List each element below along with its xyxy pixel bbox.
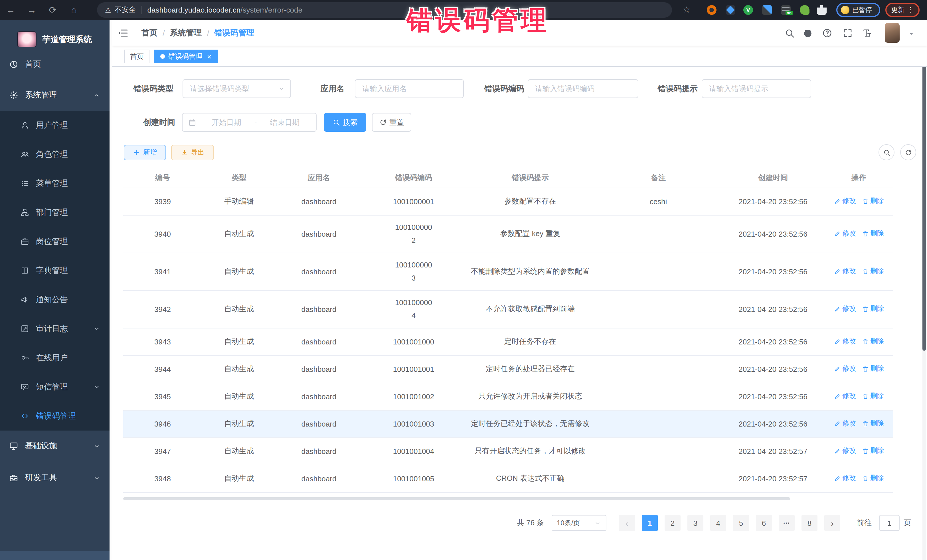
extension-icon-1[interactable] bbox=[707, 5, 716, 15]
delete-link[interactable]: 删除 bbox=[862, 392, 884, 401]
browser-back-icon[interactable]: ← bbox=[0, 5, 21, 15]
sidebar-scrollbar[interactable] bbox=[109, 20, 112, 560]
sidebar-item-10[interactable]: 在线用户 bbox=[0, 343, 109, 372]
edit-link[interactable]: 修改 bbox=[834, 446, 856, 456]
extension-icon-4[interactable] bbox=[762, 5, 772, 15]
extension-icon-3[interactable]: V bbox=[743, 5, 753, 15]
edit-link-label: 修改 bbox=[842, 419, 856, 428]
breadcrumb-home[interactable]: 首页 bbox=[141, 28, 158, 38]
help-icon[interactable] bbox=[822, 28, 832, 38]
search-icon[interactable] bbox=[784, 28, 795, 38]
hamburger-icon[interactable] bbox=[117, 27, 129, 39]
edit-link[interactable]: 修改 bbox=[834, 364, 856, 374]
sidebar-item-12[interactable]: 错误码管理 bbox=[0, 401, 109, 431]
sidebar-item-5[interactable]: 部门管理 bbox=[0, 198, 109, 227]
edit-link[interactable]: 修改 bbox=[834, 229, 856, 239]
sidebar-item-8[interactable]: 通知公告 bbox=[0, 285, 109, 314]
search-button[interactable]: 搜索 bbox=[324, 113, 366, 132]
page-button-4[interactable]: 4 bbox=[710, 515, 726, 531]
page-button-8[interactable]: 8 bbox=[801, 515, 818, 531]
show-search-toggle-button[interactable] bbox=[878, 144, 895, 160]
table-row: 3940自动生成dashboard1001000002参数配置 key 重复20… bbox=[123, 215, 894, 253]
cell-code: 1001001000 bbox=[362, 328, 465, 355]
sidebar-item-9[interactable]: 审计日志 bbox=[0, 314, 109, 343]
goto-page-input[interactable] bbox=[879, 515, 900, 531]
page-button-6[interactable]: 6 bbox=[756, 515, 772, 531]
browser-reload-icon[interactable]: ⟳ bbox=[42, 5, 63, 15]
address-separator bbox=[141, 6, 142, 14]
browser-profile-badge[interactable]: 已暂停 bbox=[836, 3, 880, 17]
browser-forward-icon[interactable]: → bbox=[21, 5, 42, 15]
close-icon[interactable]: × bbox=[207, 53, 211, 60]
date-range-picker[interactable]: 开始日期 - 结束日期 bbox=[182, 113, 317, 132]
sidebar-item-6[interactable]: 岗位管理 bbox=[0, 227, 109, 256]
delete-link[interactable]: 删除 bbox=[862, 473, 884, 483]
page-size-select[interactable]: 10条/页 bbox=[552, 515, 606, 531]
extension-icon-7[interactable] bbox=[817, 5, 827, 15]
sidebar-item-4[interactable]: 菜单管理 bbox=[0, 169, 109, 198]
search-icon bbox=[883, 149, 890, 156]
tab-error-code-active[interactable]: 错误码管理 × bbox=[154, 50, 217, 63]
page-more-button[interactable]: ••• bbox=[779, 515, 795, 531]
page-button-5[interactable]: 5 bbox=[733, 515, 749, 531]
browser-home-icon[interactable]: ⌂ bbox=[63, 5, 84, 15]
tab-home[interactable]: 首页 bbox=[125, 50, 149, 63]
chevron-down-icon[interactable] bbox=[907, 30, 915, 38]
delete-link[interactable]: 删除 bbox=[862, 419, 884, 428]
delete-link[interactable]: 删除 bbox=[862, 337, 884, 346]
page-button-1[interactable]: 1 bbox=[642, 515, 658, 531]
address-bar[interactable]: ⚠ 不安全 dashboard.yudao.iocoder.cn /system… bbox=[97, 2, 672, 18]
user-avatar[interactable] bbox=[885, 23, 900, 43]
add-button[interactable]: 新增 bbox=[124, 145, 166, 160]
error-type-placeholder: 请选择错误码类型 bbox=[190, 83, 249, 94]
fullscreen-icon[interactable] bbox=[843, 28, 853, 38]
prev-page-button[interactable]: ‹ bbox=[619, 515, 635, 531]
delete-link[interactable]: 删除 bbox=[862, 196, 884, 206]
page-scrollbar-thumb[interactable] bbox=[922, 54, 926, 351]
annotation-overlay-title: 错误码管理 bbox=[392, 3, 564, 38]
delete-link[interactable]: 删除 bbox=[862, 267, 884, 276]
edit-link[interactable]: 修改 bbox=[834, 419, 856, 428]
sidebar-item-14[interactable]: 研发工具 bbox=[0, 463, 109, 493]
sidebar-collapse-bar[interactable] bbox=[0, 551, 109, 560]
sidebar: 芋道管理系统 首页系统管理用户管理角色管理菜单管理部门管理岗位管理字典管理通知公… bbox=[0, 20, 112, 560]
sidebar-item-3[interactable]: 角色管理 bbox=[0, 140, 109, 169]
trash-icon bbox=[862, 338, 869, 345]
sidebar-item-11[interactable]: 短信管理 bbox=[0, 372, 109, 401]
extension-icon-5[interactable]: on bbox=[781, 5, 791, 15]
edit-link-label: 修改 bbox=[842, 267, 856, 276]
app-title: 芋道管理系统 bbox=[42, 34, 92, 45]
reset-button[interactable]: 重置 bbox=[372, 113, 411, 132]
sidebar-item-0[interactable]: 首页 bbox=[0, 49, 109, 80]
delete-link[interactable]: 删除 bbox=[862, 446, 884, 456]
sidebar-item-13[interactable]: 基础设施 bbox=[0, 431, 109, 461]
edit-link[interactable]: 修改 bbox=[834, 267, 856, 276]
extension-icon-2[interactable] bbox=[726, 5, 736, 15]
edit-link[interactable]: 修改 bbox=[834, 392, 856, 401]
refresh-table-button[interactable] bbox=[900, 144, 916, 160]
delete-link[interactable]: 删除 bbox=[862, 229, 884, 239]
export-button[interactable]: 导出 bbox=[171, 145, 214, 160]
edit-link[interactable]: 修改 bbox=[834, 337, 856, 346]
delete-link[interactable]: 删除 bbox=[862, 364, 884, 374]
url-domain: dashboard.yudao.iocoder.cn bbox=[147, 6, 241, 14]
font-size-icon[interactable] bbox=[862, 28, 872, 38]
cell-type: 自动生成 bbox=[202, 465, 276, 492]
github-icon[interactable] bbox=[802, 28, 813, 38]
cell-code: 1001000001 bbox=[362, 188, 465, 215]
page-button-3[interactable]: 3 bbox=[687, 515, 704, 531]
page-button-2[interactable]: 2 bbox=[664, 515, 681, 531]
delete-link[interactable]: 删除 bbox=[862, 304, 884, 314]
bookmark-star-icon[interactable]: ☆ bbox=[683, 5, 690, 15]
edit-link[interactable]: 修改 bbox=[834, 304, 856, 314]
extension-icon-6[interactable] bbox=[800, 5, 810, 15]
breadcrumb-system[interactable]: 系统管理 bbox=[170, 28, 202, 38]
next-page-button[interactable]: › bbox=[824, 515, 840, 531]
dashboard-icon bbox=[9, 60, 18, 69]
edit-link[interactable]: 修改 bbox=[834, 196, 856, 206]
table-horizontal-scrollbar[interactable] bbox=[123, 497, 790, 500]
error-msg-input[interactable] bbox=[702, 80, 811, 97]
sidebar-item-7[interactable]: 字典管理 bbox=[0, 256, 109, 285]
browser-update-button[interactable]: 更新 ⋮ bbox=[885, 3, 919, 17]
edit-link[interactable]: 修改 bbox=[834, 473, 856, 483]
